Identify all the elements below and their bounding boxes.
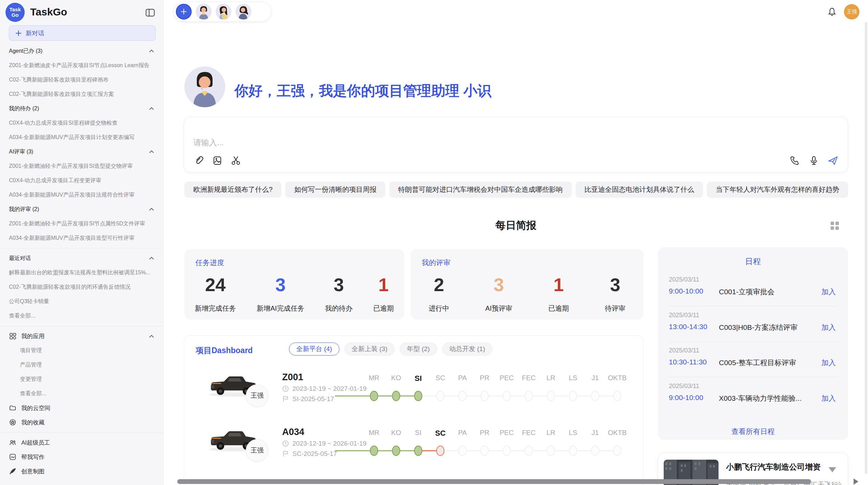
chat-input[interactable]: [193, 135, 742, 150]
attachment-icon[interactable]: [193, 155, 204, 166]
project-row-a034[interactable]: 王强 A034 2023-12-19 ~ 2026-01-19 SC-2025-…: [184, 425, 643, 483]
chevron-up-icon[interactable]: [149, 107, 154, 110]
people-icon: [9, 439, 16, 446]
recent-view-all[interactable]: 查看全部...: [0, 309, 164, 323]
view-all-schedule-link[interactable]: 查看所有日程: [658, 427, 848, 436]
sidebar-item[interactable]: C0X4-动力总成开发项目SI里程碑提交物检查: [0, 116, 164, 130]
suggestion-chip[interactable]: 当下年轻人对汽车外观有怎样的喜好趋势: [707, 182, 848, 198]
schedule-date: 2025/03/11: [669, 312, 699, 319]
composer-right-tools: [789, 155, 839, 166]
project-dashboard-card: 项目Dashboard 全新平台 (4) 全新上装 (3) 年型 (2) 动总开…: [184, 335, 643, 485]
suggestion-chip[interactable]: 比亚迪全固态电池计划具体说了什么: [576, 182, 703, 198]
app-title: TaskGo: [30, 6, 67, 18]
sidebar-item[interactable]: A034-全新新能源MUV产品开发项目法规符合性评审: [0, 188, 164, 202]
plus-icon: [15, 29, 22, 37]
chevron-up-icon[interactable]: [149, 335, 154, 338]
sidebar-item[interactable]: A034-全新新能源MUV产品开发项目计划变更表编写: [0, 130, 164, 145]
user-avatar[interactable]: 王强: [844, 4, 859, 20]
section-my-apps[interactable]: 我的应用: [0, 329, 164, 343]
folder-icon: [9, 404, 16, 412]
project-next-milestone: SC-2025-05-17: [282, 450, 337, 458]
sidebar-collapse-icon[interactable]: [145, 8, 155, 18]
sidebar-item[interactable]: C02-飞腾新能源轻客改款项目里程碑画布: [0, 73, 164, 87]
tab-powertrain[interactable]: 动总开发 (1): [442, 343, 493, 356]
layout-grid-icon[interactable]: [830, 221, 840, 231]
tab-upfit[interactable]: 全新上装 (3): [345, 343, 395, 356]
chevron-up-icon[interactable]: [149, 208, 154, 211]
agent-avatar-2[interactable]: [216, 4, 231, 20]
send-icon[interactable]: [828, 155, 839, 166]
app-logo: Task Go: [5, 3, 25, 22]
app-item-project[interactable]: 项目管理: [0, 343, 164, 358]
dashboard-tabs: 全新平台 (4) 全新上装 (3) 年型 (2) 动总开发 (1): [289, 343, 492, 356]
agent-avatar-3[interactable]: [236, 4, 251, 20]
sidebar-item[interactable]: C0X4-动力总成开发项目工程变更评审: [0, 173, 164, 188]
recent-chat-item[interactable]: 公司Q3轻卡销量: [0, 294, 164, 309]
notification-bell-icon[interactable]: [827, 7, 837, 17]
milestone-label: PEC: [499, 429, 514, 437]
tab-platform[interactable]: 全新平台 (4): [289, 343, 339, 356]
schedule-date: 2025/03/11: [669, 347, 699, 354]
sidebar-item[interactable]: Z001-全新燃油轻卡产品开发项目SI造型提交物评审: [0, 159, 164, 173]
microphone-icon[interactable]: [808, 155, 819, 166]
scroll-down-indicator[interactable]: [829, 467, 836, 472]
section-my-todo[interactable]: 我的待办 (2): [0, 101, 164, 116]
scissors-icon[interactable]: [230, 155, 241, 166]
schedule-name: X003-车辆动力学性能验...: [719, 394, 802, 403]
schedule-time: 10:30-11:30: [669, 358, 707, 366]
milestone-label: PA: [458, 429, 467, 437]
chevron-up-icon[interactable]: [149, 150, 154, 153]
add-agent-button[interactable]: [176, 4, 192, 20]
image-icon[interactable]: [212, 155, 223, 166]
new-chat-button[interactable]: 新对话: [9, 25, 156, 41]
sidebar-item[interactable]: A034-全新新能源MUV产品开发项目造型可行性评审: [0, 231, 164, 245]
sidebar-item-cloud[interactable]: 我的云空间: [0, 401, 164, 415]
project-owner-badge: 王强: [246, 439, 268, 462]
section-recent-chats[interactable]: 最近对话: [0, 251, 164, 265]
apps-view-all[interactable]: 查看全部...: [0, 386, 164, 401]
suggestion-chip[interactable]: 如何写一份清晰的项目周报: [285, 182, 385, 198]
milestone-label: LS: [569, 374, 577, 382]
chevron-up-icon[interactable]: [149, 49, 154, 52]
recent-chat-item[interactable]: C02-飞腾新能源轻客改款项目的闭环通告反馈情况: [0, 280, 164, 294]
join-link[interactable]: 加入: [821, 394, 836, 403]
milestone-label-current: SI: [415, 374, 422, 383]
app-item-change[interactable]: 变更管理: [0, 372, 164, 386]
sidebar-item-write-helper[interactable]: 帮我写作: [0, 450, 164, 464]
sidebar-item-ai-staff[interactable]: AI超级员工: [0, 435, 164, 450]
suggestion-chip[interactable]: 特朗普可能对进口汽车增税会对中国车企造成哪些影响: [389, 182, 572, 198]
join-link[interactable]: 加入: [821, 287, 836, 297]
divider: [669, 306, 837, 306]
recent-chat-item[interactable]: 解释最新出台的欧盟报废车法规再生塑料比例被调至15%...: [0, 265, 164, 280]
sidebar-item[interactable]: Z001-全新燃油皮卡产品开发项目SI节点Lesson Learn报告: [0, 58, 164, 73]
section-ai-review[interactable]: AI评审 (3): [0, 145, 164, 159]
chevron-up-icon[interactable]: [149, 257, 154, 260]
section-agent-done[interactable]: Agent已办 (3): [0, 44, 164, 58]
join-link[interactable]: 加入: [821, 323, 836, 332]
tab-model-year[interactable]: 年型 (2): [400, 343, 437, 356]
suggestion-chips: 欧洲新规最近颁布了什么? 如何写一份清晰的项目周报 特朗普可能对进口汽车增税会对…: [184, 182, 848, 198]
sidebar-item[interactable]: Z001-全新燃油轻卡产品开发项目SI节点属性5D文件评审: [0, 216, 164, 231]
chat-composer: [184, 117, 848, 173]
horizontal-scrollbar-thumb[interactable]: [177, 479, 811, 484]
stat-overdue: 1 已逾期: [548, 270, 569, 313]
quill-icon: [9, 468, 16, 475]
suggestion-chip[interactable]: 欧洲新规最近颁布了什么?: [184, 182, 281, 198]
join-link[interactable]: 加入: [821, 358, 836, 368]
app-item-product[interactable]: 产品管理: [0, 358, 164, 372]
section-my-review[interactable]: 我的评审 (2): [0, 202, 164, 216]
sidebar-item-favorites[interactable]: 我的收藏: [0, 415, 164, 430]
phone-icon[interactable]: [789, 155, 800, 166]
logo-line-2: Go: [12, 12, 19, 18]
scroll-right-arrow[interactable]: [854, 478, 858, 485]
stat-ai-prereview: 3 AI预评审: [485, 270, 513, 313]
sidebar-item[interactable]: C02-飞腾新能源轻客改款项目立项汇报方案: [0, 87, 164, 101]
milestone-label: FEC: [522, 429, 536, 437]
assistant-illustration: [184, 66, 225, 107]
my-review-card: 我的评审 2 进行中 3 AI预评审 1 已逾期 3 待评审: [411, 249, 643, 320]
sidebar-item-creative-draw[interactable]: 创意制图: [0, 464, 164, 478]
milestone-label-current: SC: [435, 429, 446, 438]
project-row-z001[interactable]: 王强 Z001 2023-12-19 ~ 2027-01-19 SI-2025-…: [184, 370, 643, 428]
agent-avatar-1[interactable]: [196, 4, 212, 20]
vertical-scrollbar[interactable]: [865, 22, 867, 474]
